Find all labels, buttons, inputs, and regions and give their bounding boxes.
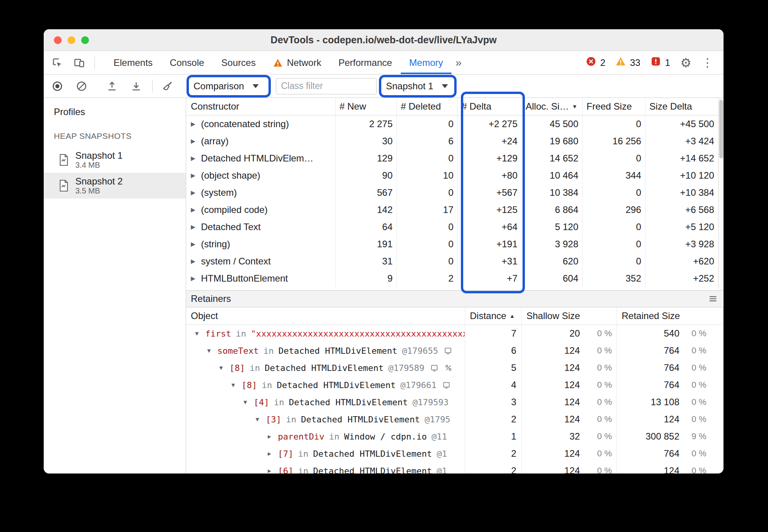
expand-arrow-icon[interactable]: ▶ — [191, 172, 201, 179]
expand-arrow-icon[interactable]: ▶ — [191, 258, 201, 265]
load-profile-icon[interactable] — [130, 80, 142, 92]
tab-performance[interactable]: Performance — [330, 51, 400, 74]
tab-network[interactable]: Network — [264, 51, 330, 74]
deleted-count: 0 — [397, 115, 458, 133]
expand-arrow-icon[interactable]: ▶ — [191, 121, 201, 128]
record-heap-snapshot-button[interactable] — [52, 80, 63, 92]
col-label: Alloc. Si… — [526, 101, 569, 112]
clear-profiles-button[interactable] — [76, 80, 87, 92]
heap-table-row[interactable]: ▶Detached HTMLDivElem… 129 0 +129 14 652… — [186, 150, 718, 167]
clean-garbage-broom-icon[interactable] — [162, 80, 174, 92]
save-profile-icon[interactable] — [106, 80, 118, 92]
expand-arrow-icon[interactable]: ▶ — [268, 467, 278, 473]
expand-arrow-icon[interactable]: ▶ — [268, 450, 278, 457]
alloc-size: 3 928 — [522, 236, 583, 253]
heap-table-row[interactable]: ▶(array) 30 6 +24 19 680 16 256 +3 424 — [186, 133, 718, 150]
expand-arrow-icon[interactable]: ▶ — [191, 155, 201, 162]
retainer-row[interactable]: ▶[6]inDetached HTMLDivElement@1 2 1240 %… — [186, 462, 724, 473]
retainer-row[interactable]: ▼[8]inDetached HTMLDivElement@179589 5 1… — [186, 359, 724, 376]
expand-arrow-icon[interactable]: ▶ — [268, 433, 278, 440]
col-new[interactable]: # New — [336, 98, 397, 115]
close-window-button[interactable] — [54, 36, 62, 44]
col-object[interactable]: Object — [186, 307, 465, 325]
tab-memory[interactable]: Memory — [401, 51, 452, 74]
shallow-size-value: 20 — [522, 328, 580, 339]
collapse-arrow-icon[interactable]: ▼ — [256, 416, 266, 423]
retainer-edge-name: [8] — [229, 363, 245, 373]
tab-console[interactable]: Console — [161, 51, 213, 74]
kebab-menu-icon[interactable]: ⋮ — [702, 57, 713, 69]
sidebar-item-snapshot-1[interactable]: Snapshot 1 3.4 MB — [44, 147, 186, 173]
device-toolbar-icon[interactable] — [73, 57, 85, 69]
expand-arrow-icon[interactable]: ▶ — [191, 275, 201, 282]
retainer-row[interactable]: ▶parentDivinWindow / cdpn.io@11 1 320 % … — [186, 428, 724, 445]
collapse-arrow-icon[interactable]: ▼ — [207, 347, 217, 354]
reveal-element-icon[interactable] — [444, 346, 452, 355]
expand-arrow-icon[interactable]: ▶ — [191, 241, 201, 248]
heap-table-row[interactable]: ▶(system) 567 0 +567 10 384 0 +10 384 — [186, 184, 718, 201]
heap-table-row[interactable]: ▶(string) 191 0 +191 3 928 0 +3 928 — [186, 236, 718, 253]
console-warnings-badge[interactable]: 33 — [615, 56, 640, 69]
retainer-row[interactable]: ▼[8]inDetached HTMLDivElement@179661 4 1… — [186, 376, 724, 394]
collapse-arrow-icon[interactable]: ▼ — [231, 381, 242, 388]
in-keyword: in — [286, 415, 297, 424]
heap-table-row[interactable]: ▶(object shape) 90 10 +80 10 464 344 +10… — [186, 167, 718, 184]
retainers-table-header: Object Distance▲ Shallow Size Retained S… — [186, 307, 724, 325]
expand-arrow-icon[interactable]: ▶ — [191, 189, 201, 196]
expand-arrow-icon[interactable]: ▶ — [191, 223, 201, 231]
hamburger-menu-icon[interactable] — [708, 294, 718, 304]
tab-label: Console — [170, 57, 204, 68]
class-filter-input[interactable] — [276, 78, 377, 94]
collapse-arrow-icon[interactable]: ▼ — [195, 330, 205, 337]
expand-arrow-icon[interactable]: ▶ — [191, 206, 201, 213]
profiles-sidebar: Profiles HEAP SNAPSHOTS Snapshot 1 3.4 M… — [44, 98, 186, 473]
scrollbar-thumb[interactable] — [719, 100, 723, 158]
settings-gear-icon[interactable]: ⚙ — [680, 57, 692, 69]
minimize-window-button[interactable] — [68, 36, 75, 44]
reveal-element-icon[interactable] — [442, 381, 451, 389]
collapse-arrow-icon[interactable]: ▼ — [219, 364, 229, 371]
col-deleted[interactable]: # Deleted — [397, 98, 458, 115]
heap-table-row[interactable]: ▶(compiled code) 142 17 +125 6 864 296 +… — [186, 201, 718, 218]
heap-table-row[interactable]: ▶system / Context 31 0 +31 620 0 +620 — [186, 253, 718, 270]
tab-sources[interactable]: Sources — [213, 51, 264, 74]
in-keyword: in — [262, 380, 272, 390]
col-distance[interactable]: Distance▲ — [465, 307, 522, 325]
reveal-element-icon[interactable] — [430, 364, 439, 372]
retainer-row[interactable]: ▶[7]inDetached HTMLDivElement@1 2 1240 %… — [186, 445, 724, 462]
base-snapshot-select[interactable]: Snapshot 1 — [386, 81, 448, 92]
col-alloc-size[interactable]: Alloc. Si…▼ — [522, 98, 583, 115]
col-constructor[interactable]: Constructor — [186, 98, 336, 115]
console-errors-badge[interactable]: 2 — [586, 56, 605, 69]
heap-table-row[interactable]: ▶(concatenated string) 2 275 0 +2 275 45… — [186, 115, 718, 133]
retainer-object-id: @1 — [437, 449, 447, 459]
percent-badge-icon[interactable] — [444, 364, 453, 372]
retainer-edge-name: [7] — [278, 449, 293, 459]
retainer-row[interactable]: ▼[4]inDetached HTMLDivElement@179593 3 1… — [186, 394, 724, 411]
shallow-size-pct: 0 % — [580, 346, 617, 356]
col-size-delta[interactable]: Size Delta — [645, 98, 718, 115]
retainer-edge-name: someText — [217, 346, 259, 356]
more-tabs-button[interactable]: » — [452, 51, 466, 74]
collapse-arrow-icon[interactable]: ▼ — [244, 399, 254, 406]
issue-count: 1 — [665, 57, 670, 68]
col-retained-size[interactable]: Retained Size — [617, 307, 724, 325]
inspect-element-icon[interactable] — [52, 57, 63, 69]
retainer-row[interactable]: ▼someTextinDetached HTMLDivElement@17965… — [186, 342, 724, 359]
heap-table-row[interactable]: ▶Detached Text 64 0 +64 5 120 0 +5 120 — [186, 218, 718, 236]
retainers-section: Retainers Object Distance▲ Shallow Size … — [186, 290, 724, 473]
retainer-row[interactable]: ▼[3]inDetached HTMLDivElement@1795 2 124… — [186, 411, 724, 428]
tab-elements[interactable]: Elements — [105, 51, 161, 74]
constructor-name: (concatenated string) — [201, 119, 289, 129]
zoom-window-button[interactable] — [81, 36, 89, 44]
heap-table-row[interactable]: ▶HTMLButtonElement 9 2 +7 604 352 +252 — [186, 270, 718, 287]
col-freed-size[interactable]: Freed Size — [583, 98, 645, 115]
expand-arrow-icon[interactable]: ▶ — [191, 138, 201, 145]
issues-badge[interactable]: 1 — [651, 56, 670, 69]
vertical-scrollbar[interactable] — [718, 98, 724, 290]
col-shallow-size[interactable]: Shallow Size — [522, 307, 617, 325]
retainer-row[interactable]: ▼firstin"xxxxxxxxxxxxxxxxxxxxxxxxxxxxxxx… — [186, 325, 724, 342]
sidebar-item-snapshot-2[interactable]: Snapshot 2 3.5 MB — [44, 173, 186, 199]
col-delta[interactable]: # Delta — [458, 98, 522, 115]
perspective-select[interactable]: Comparison — [194, 81, 259, 92]
